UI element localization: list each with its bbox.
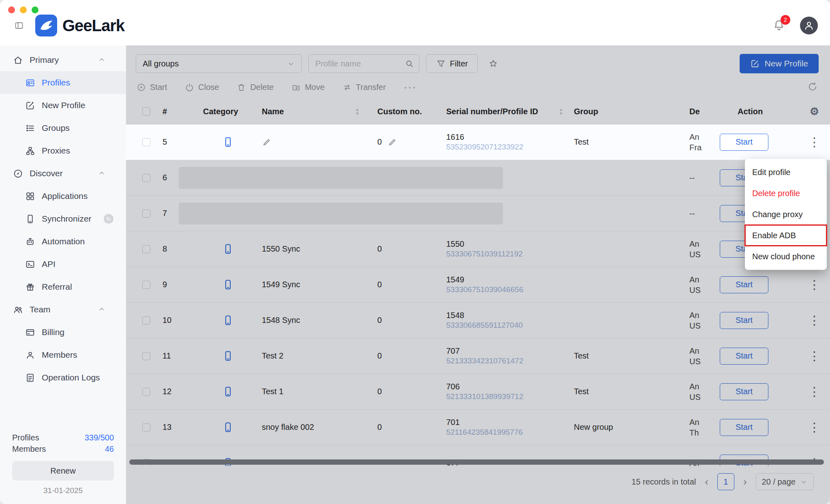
sidebar-item-proxies[interactable]: Proxies: [0, 139, 126, 162]
table-row[interactable]: 9 1549 Sync 0 1549533306751039046656 AnU…: [126, 267, 830, 303]
sidebar-item-automation[interactable]: Automation: [0, 230, 126, 253]
current-page[interactable]: 1: [717, 473, 734, 490]
row-checkbox[interactable]: [142, 138, 150, 146]
sidebar-section-discover[interactable]: Discover: [0, 162, 126, 185]
applications-icon: [25, 191, 35, 201]
bulk-move-button[interactable]: Move: [291, 83, 325, 92]
custom-no-cell: 0: [377, 137, 446, 147]
table-row[interactable]: 8 1550 Sync 0 1550533306751039112192 AnU…: [126, 231, 830, 267]
menu-item-change-proxy[interactable]: Change proxy: [745, 204, 827, 225]
sidebar-item-api[interactable]: API: [0, 253, 126, 275]
chevron-down-icon: [287, 60, 295, 68]
start-button[interactable]: Start: [720, 383, 768, 400]
profiles-usage-label: Profiles: [12, 432, 39, 443]
search-icon[interactable]: [404, 59, 414, 68]
table-row[interactable]: 7 -- Start ⋮: [126, 196, 830, 231]
start-button[interactable]: Start: [720, 276, 768, 293]
sidebar-item-applications[interactable]: Applications: [0, 185, 126, 207]
serial-number: 1550: [446, 239, 464, 249]
table-row[interactable]: 6 -- Start ⋮: [126, 160, 830, 196]
row-menu-icon[interactable]: ⋮: [809, 314, 821, 327]
bulk-start-button[interactable]: Start: [137, 83, 167, 92]
sidebar-item-new-profile[interactable]: New Profile: [0, 94, 126, 117]
sidebar-toggle-button[interactable]: [12, 19, 26, 32]
profile-name-cell: snoy flake 002: [262, 423, 377, 432]
row-menu-icon[interactable]: ⋮: [809, 279, 821, 291]
billing-icon: [25, 327, 35, 337]
bulk-close-button[interactable]: Close: [185, 83, 219, 92]
row-checkbox[interactable]: [142, 388, 150, 396]
row-menu-icon[interactable]: ⋮: [809, 350, 821, 362]
row-menu-icon[interactable]: ⋮: [809, 421, 821, 434]
chevron-up-icon: [98, 305, 106, 314]
close-window-button[interactable]: [8, 6, 15, 13]
page-size-value: 20 / page: [762, 477, 796, 487]
more-actions-button[interactable]: ···: [404, 81, 417, 94]
refresh-button[interactable]: [807, 81, 818, 93]
serial-sort-button[interactable]: ▲▼: [559, 107, 563, 115]
row-checkbox[interactable]: [142, 352, 150, 360]
bulk-transfer-button[interactable]: Transfer: [342, 83, 386, 92]
loading-skeleton: [179, 203, 503, 224]
profile-name-cell: 1550 Sync: [262, 244, 377, 254]
menu-item-delete-profile[interactable]: Delete profile: [745, 183, 827, 204]
select-all-checkbox[interactable]: [142, 107, 150, 115]
page-size-select[interactable]: 20 / page: [756, 473, 814, 490]
new-profile-button[interactable]: New Profile: [740, 54, 819, 73]
next-page-button[interactable]: ›: [743, 476, 747, 488]
account-avatar[interactable]: [800, 17, 818, 34]
row-checkbox[interactable]: [142, 316, 150, 325]
row-checkbox[interactable]: [142, 174, 150, 182]
table-row[interactable]: 13 snoy flake 002 0 70152116423584199577…: [126, 410, 830, 445]
notifications-button[interactable]: 2: [772, 18, 786, 33]
sidebar-item-members[interactable]: Members: [0, 344, 126, 366]
device-cell: AnUS: [689, 381, 720, 402]
sidebar-item-profiles[interactable]: Profiles: [0, 71, 126, 94]
row-checkbox[interactable]: [142, 281, 150, 289]
serial-number: 1548: [446, 310, 464, 320]
menu-item-enable-adb[interactable]: Enable ADB: [745, 225, 827, 246]
start-button[interactable]: Start: [720, 312, 768, 329]
saved-filters-button[interactable]: [484, 55, 502, 73]
table-row[interactable]: 10 1548 Sync 0 1548533306685591127040 An…: [126, 303, 830, 338]
records-total: 15 records in total: [631, 477, 696, 487]
sidebar-item-groups[interactable]: Groups: [0, 117, 126, 139]
start-button[interactable]: Start: [720, 419, 768, 436]
menu-item-new-cloud-phone[interactable]: New cloud phone: [745, 246, 827, 267]
table-row[interactable]: 12 Test 1 0 706521333101389939712 Test A…: [126, 374, 830, 410]
table-row[interactable]: 11 Test 2 0 707521333342310761472 Test A…: [126, 338, 830, 374]
zoom-window-button[interactable]: [32, 6, 39, 13]
sidebar-section-team[interactable]: Team: [0, 298, 126, 321]
group-select[interactable]: All groups: [136, 54, 302, 73]
start-button[interactable]: Start: [720, 134, 768, 151]
edit-custom-no-pencil-icon[interactable]: [387, 137, 397, 147]
row-menu-icon[interactable]: ⋮: [809, 136, 821, 148]
bulk-delete-button[interactable]: Delete: [237, 83, 274, 92]
filter-button[interactable]: Filter: [426, 54, 478, 73]
minimize-window-button[interactable]: [20, 6, 27, 13]
row-menu-icon[interactable]: ⋮: [809, 386, 821, 398]
sidebar-item-synchronizer[interactable]: Synchronizer ↻: [0, 207, 126, 230]
sidebar-item-billing[interactable]: Billing: [0, 321, 126, 344]
profile-name-cell: Test 1: [262, 387, 377, 396]
renew-button[interactable]: Renew: [12, 461, 114, 481]
name-sort-button[interactable]: ▲▼: [355, 107, 359, 115]
menu-item-edit-profile[interactable]: Edit profile: [745, 162, 827, 183]
serial-cell: 1549533306751039046656: [446, 275, 574, 295]
members-icon: [25, 350, 35, 360]
sidebar-section-primary[interactable]: Primary: [0, 49, 126, 71]
sidebar-item-referral[interactable]: Referral: [0, 275, 126, 298]
custom-no-cell: 0: [377, 423, 446, 432]
prev-page-button[interactable]: ‹: [705, 476, 708, 488]
table-row[interactable]: 5 0 1616 535230952071233922 Test AnFra: [126, 124, 830, 160]
sidebar-item-label: Applications: [42, 191, 88, 201]
sidebar-item-operation-logs[interactable]: Operation Logs: [0, 366, 126, 389]
edit-name-pencil-icon[interactable]: [262, 137, 272, 147]
row-checkbox[interactable]: [142, 245, 150, 253]
row-checkbox[interactable]: [142, 209, 150, 218]
start-button[interactable]: Start: [720, 348, 768, 365]
operation-logs-icon: [25, 373, 35, 383]
row-checkbox[interactable]: [142, 423, 150, 431]
column-settings-gear-icon[interactable]: ⚙: [810, 105, 819, 118]
search-input[interactable]: [315, 59, 404, 68]
